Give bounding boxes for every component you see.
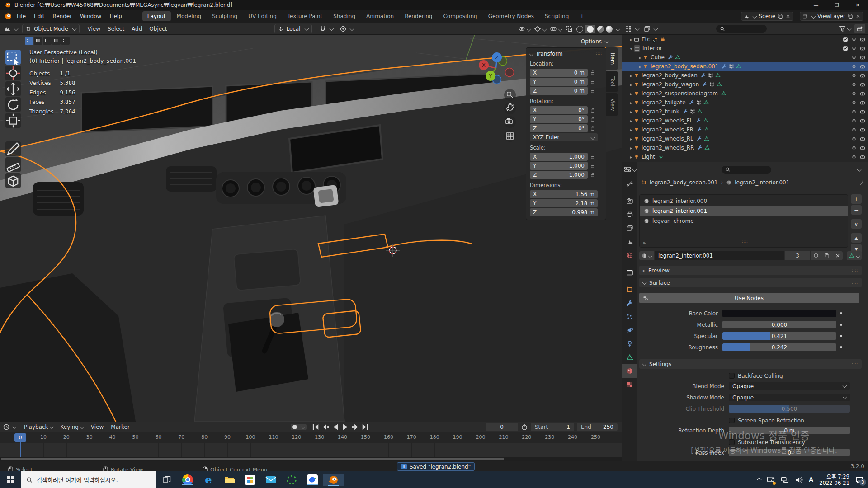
options-button[interactable]: Options [577,37,612,46]
surface-roughness-field[interactable]: 0.242 [722,343,836,351]
surface-section-header[interactable]: Surface∷∷ [639,278,862,287]
surface-metallic-field[interactable]: 0.000 [722,321,836,328]
frame-end-field[interactable]: End250 [577,423,618,431]
field-clip-threshold[interactable]: 0.500 [729,405,850,413]
hide-viewport-icon[interactable] [851,100,857,105]
current-frame-indicator[interactable]: 0 [14,433,26,442]
material-name-field[interactable]: legran2_interior.001 [655,251,784,260]
lock-icon[interactable] [590,126,595,131]
sidebar-tab-view[interactable]: View [606,93,618,116]
select-mode-invert[interactable] [52,37,61,45]
tab-rendering[interactable]: Rendering [400,11,437,21]
outliner-item[interactable]: ▸legran2_tailgate [622,98,868,107]
network-icon[interactable] [781,476,789,484]
properties-tab-tool[interactable] [622,177,637,191]
expand-arrow-icon[interactable]: ▸ [628,91,634,96]
menu-render[interactable]: Render [48,12,76,21]
material-specials-menu[interactable]: ∨ [851,219,862,229]
hide-viewport-icon[interactable] [851,37,857,42]
new-collection-button[interactable] [854,24,865,33]
checkbox-screen-space-refraction[interactable] [729,418,735,423]
settings-section-header[interactable]: Settings∷∷ [639,359,862,369]
hide-viewport-icon[interactable] [851,118,857,123]
properties-tab-viewlayer[interactable] [622,221,637,235]
panel-grip[interactable]: ∷∷ [596,52,602,56]
notification-center-icon[interactable]: 3 [855,476,863,484]
material-specials-button[interactable] [847,251,862,260]
expand-arrow-icon[interactable]: ▸ [628,82,634,87]
list-grip[interactable]: ∷∷ [742,239,748,246]
current-frame-field[interactable]: 0 [486,423,518,431]
outliner-item[interactable]: ▾Interior [622,44,868,53]
stopwatch-icon[interactable] [521,423,528,431]
measure-tool[interactable] [5,157,21,172]
filter-icon[interactable] [839,25,846,33]
viewport-menu-add[interactable]: Add [128,24,146,33]
tab-shading[interactable]: Shading [328,11,360,21]
disable-render-icon[interactable] [860,127,865,132]
transform-field[interactable]: Y2.18 m [530,199,598,207]
expand-arrow-icon[interactable]: ▸ [628,109,634,114]
outliner-item[interactable]: ▸legran2_wheels_RR [622,143,868,152]
rotation-mode-dropdown[interactable]: XYZ Euler [530,133,598,141]
field-blend-mode[interactable]: Opaque [729,382,850,390]
transform-field[interactable]: X0 m [530,69,588,77]
disable-render-icon[interactable] [860,136,865,141]
close-icon[interactable] [785,14,791,19]
lock-icon[interactable] [590,154,595,160]
move-slot-up-button[interactable]: ▲ [851,233,862,243]
tab-layout[interactable]: Layout [142,11,171,21]
taskbar-app-ring[interactable] [281,475,302,485]
checkbox-subsurface-translucency[interactable] [729,439,735,445]
outliner-item[interactable]: ▸legran2_wheels_RL [622,134,868,143]
move-tool[interactable] [5,81,21,96]
outliner-item[interactable]: ▸legran2_body_wagon [622,80,868,89]
use-nodes-button[interactable]: Use Nodes [639,293,859,303]
transform-field[interactable]: Y0 m [530,78,588,86]
timeline-menu-playback[interactable]: Playback [20,422,57,432]
saved-notification[interactable]: i Saved "legran2.blend" [397,462,475,471]
hide-viewport-icon[interactable] [851,82,857,87]
transform-field[interactable]: X1.56 m [530,190,598,198]
xray-toggle-icon[interactable] [566,25,573,33]
lock-icon[interactable] [590,108,595,113]
select-mode-intersect[interactable] [61,37,70,45]
disable-render-icon[interactable] [860,91,865,96]
select-mode-new[interactable] [25,37,33,45]
checkbox-backface-culling[interactable] [729,373,735,379]
menu-window[interactable]: Window [76,12,105,21]
disable-render-icon[interactable] [860,118,865,123]
lock-icon[interactable] [590,172,595,178]
prev-keyframe-button[interactable] [321,422,330,431]
taskbar-app-chrome[interactable] [177,474,198,485]
expand-arrow-icon[interactable]: ▸ [637,64,643,69]
hidden-icons-chevron[interactable] [757,478,761,482]
disable-render-icon[interactable] [860,73,865,78]
sidebar-tab-item[interactable]: Item [606,47,618,70]
tab-animation[interactable]: Animation [361,11,399,21]
transform-field[interactable]: Y0° [530,115,588,123]
outliner-item[interactable]: ▸legran2_suspensiondiagram [622,89,868,98]
volume-icon[interactable] [795,476,803,484]
list-expand-arrow[interactable]: ▸ [643,239,646,246]
taskbar-app-explorer[interactable] [219,474,240,485]
field-refraction-depth[interactable]: 0 m [729,427,850,434]
transform-field[interactable]: Z0° [530,124,588,132]
outliner-search-input[interactable] [716,25,767,33]
outliner-item[interactable]: ▸Etc5 [622,35,868,44]
overlays-toggle-icon[interactable] [550,25,557,33]
lock-icon[interactable] [590,117,595,122]
lock-icon[interactable] [590,70,595,75]
breadcrumb-object[interactable]: legran2_body_sedan.001 [650,179,717,186]
taskbar-app-edge[interactable]: e [198,473,219,486]
field-pass-index[interactable]: 0 [729,449,850,456]
timeline-tracks[interactable] [0,443,622,457]
shading-rendered-icon[interactable] [606,26,613,33]
playhead[interactable] [20,441,21,457]
task-view-button[interactable] [156,471,177,488]
collection-checkbox[interactable] [843,46,848,51]
properties-tab-render[interactable] [622,194,637,208]
scene-selector[interactable]: Scene [741,12,793,21]
frame-start-field[interactable]: Start1 [531,423,574,431]
properties-tab-world[interactable] [622,249,637,262]
